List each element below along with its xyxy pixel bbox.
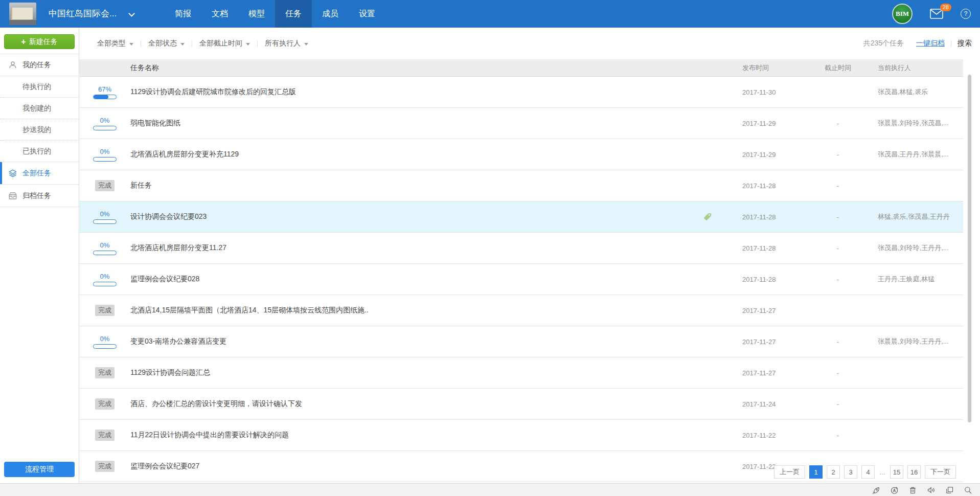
rocket-slash-icon[interactable] (872, 486, 880, 494)
divider (257, 40, 258, 47)
table-row[interactable]: 0% 弱电智能化图纸 2017-11-29 - 张晨晨,刘玲玲,张茂昌,... (79, 108, 963, 139)
sidebar-item-executed[interactable]: 已执行的 (0, 141, 79, 162)
status-badge: 完成 (95, 305, 115, 316)
bim-logo: BIM (892, 4, 913, 24)
task-name[interactable]: 变更03-南塔办公兼容酒店变更 (130, 337, 702, 346)
pagination-ellipsis: ... (879, 465, 886, 479)
filter-status-dropdown[interactable]: 全部状态 (148, 39, 185, 48)
window-restore-icon[interactable] (945, 486, 954, 494)
chevron-down-icon (304, 43, 308, 46)
archive-icon (8, 191, 17, 200)
table-row[interactable]: 0% 监理例会会议纪要028 2017-11-28 - 王丹丹,王焕庭,林猛 (79, 264, 963, 295)
task-name[interactable]: 北塔酒店机房层部分变更11.27 (130, 243, 702, 253)
table-row[interactable]: 完成 新任务 2017-11-28 - (79, 170, 963, 201)
executors: 林猛,裘乐,张茂昌,王丹丹 (861, 212, 963, 221)
nav-tabs: 简报 文档 模型 任务 成员 设置 (165, 0, 385, 28)
page-button[interactable]: 15 (890, 465, 903, 479)
sidebar-item-cc-me[interactable]: 抄送我的 (0, 119, 79, 141)
page-button[interactable]: 4 (861, 465, 875, 479)
filter-executor-dropdown[interactable]: 所有执行人 (265, 39, 308, 48)
plus-icon (21, 37, 26, 47)
task-name[interactable]: 1129设计协调会后建研院城市院修改后的回复汇总版 (130, 87, 702, 97)
sidebar-item-my-tasks[interactable]: 我的任务 (0, 54, 79, 76)
letter-a-circle-icon[interactable] (890, 486, 899, 494)
trash-icon[interactable] (908, 486, 917, 494)
divider (951, 40, 951, 47)
page-button[interactable]: 1 (809, 465, 823, 479)
filter-label: 全部状态 (148, 39, 177, 48)
publish-date: 2017-11-22 (723, 432, 794, 439)
sidebar-item-label: 全部任务 (22, 169, 51, 178)
task-name[interactable]: 设计协调会会议纪要023 (130, 212, 702, 221)
task-name[interactable]: 1129设计协调会问题汇总 (130, 368, 702, 377)
project-thumbnail[interactable] (9, 3, 36, 25)
executors: 王丹丹,王焕庭,林猛 (861, 275, 963, 284)
tab-models[interactable]: 模型 (238, 0, 275, 28)
page-button[interactable]: 3 (844, 465, 857, 479)
page-button[interactable]: 16 (907, 465, 921, 479)
table-row[interactable]: 67% 1129设计协调会后建研院城市院修改后的回复汇总版 2017-11-30… (79, 77, 963, 108)
project-name[interactable]: 中国红岛国际会... (49, 0, 117, 28)
table-row[interactable]: 0% 变更03-南塔办公兼容酒店变更 2017-11-27 - 张晨晨,刘玲玲,… (79, 326, 963, 357)
task-name[interactable]: 11月22日设计协调会中提出的需要设计解决的问题 (130, 431, 702, 440)
speaker-icon[interactable] (927, 486, 936, 494)
divider (141, 40, 141, 47)
task-name[interactable]: 监理例会会议纪要027 (130, 462, 702, 471)
tab-settings[interactable]: 设置 (349, 0, 385, 28)
task-name[interactable]: 酒店、办公楼汇总的需设计变更明细，请设计确认下发 (130, 399, 702, 409)
page-button[interactable]: 上一页 (774, 465, 805, 479)
progress-bar (93, 219, 117, 224)
sidebar-item-all-tasks[interactable]: 全部任务 (0, 162, 79, 185)
filter-deadline-dropdown[interactable]: 全部截止时间 (199, 39, 250, 48)
table-row[interactable]: 0% 北塔酒店机房层部分变更11.27 2017-11-28 - 张茂昌,刘玲玲… (79, 233, 963, 264)
due-date: - (794, 338, 861, 346)
sidebar-item-archived-tasks[interactable]: 归档任务 (0, 185, 79, 207)
tab-members[interactable]: 成员 (312, 0, 349, 28)
task-name[interactable]: 北塔酒店机房层部分变更补充1129 (130, 150, 702, 159)
one-click-archive-link[interactable]: 一键归档 (916, 39, 945, 48)
task-table-body: 67% 1129设计协调会后建研院城市院修改后的回复汇总版 2017-11-30… (79, 77, 963, 482)
publish-date: 2017-11-28 (723, 213, 794, 221)
table-row[interactable]: 完成 酒店、办公楼汇总的需设计变更明细，请设计确认下发 2017-11-24 - (79, 389, 963, 420)
progress-label: 0% (100, 210, 110, 218)
navbar-right: BIM 28 ? (892, 0, 971, 28)
search-link[interactable]: 搜索 (958, 39, 972, 48)
status-badge: 完成 (95, 180, 115, 191)
task-name[interactable]: 监理例会会议纪要028 (130, 275, 702, 284)
progress-indicator: 0% (93, 210, 117, 224)
publish-date: 2017-11-24 (723, 400, 794, 408)
filter-type-dropdown[interactable]: 全部类型 (97, 39, 133, 48)
table-row[interactable]: 完成 北酒店14,15层隔墙平面图（北塔酒店14、15层砌体墙按云线范围内图纸施… (79, 295, 963, 326)
process-management-button[interactable]: 流程管理 (4, 462, 75, 477)
search-icon[interactable] (964, 486, 972, 494)
task-name[interactable]: 弱电智能化图纸 (130, 119, 702, 128)
chevron-down-icon[interactable] (128, 10, 135, 17)
page-button[interactable]: 2 (827, 465, 840, 479)
messages-button[interactable]: 28 (930, 9, 943, 19)
sidebar-item-created-by-me[interactable]: 我创建的 (0, 98, 79, 119)
task-name[interactable]: 北酒店14,15层隔墙平面图（北塔酒店14、15层砌体墙按云线范围内图纸施.. (130, 306, 702, 315)
tab-briefing[interactable]: 简报 (165, 0, 201, 28)
tab-documents[interactable]: 文档 (201, 0, 238, 28)
publish-date: 2017-11-28 (723, 276, 794, 283)
executors: 张茂昌,刘玲玲,王丹丹,... (861, 243, 963, 253)
publish-date: 2017-11-27 (723, 369, 794, 377)
tab-tasks[interactable]: 任务 (275, 0, 312, 28)
progress-indicator: 0% (93, 335, 117, 349)
scrollbar-thumb[interactable] (968, 75, 971, 422)
page-button[interactable]: 下一页 (925, 465, 956, 479)
table-row[interactable]: 0% 设计协调会会议纪要023 2017-11-28 - 林猛,裘乐,张茂昌,王… (79, 201, 963, 233)
chevron-down-icon (180, 43, 185, 46)
task-name[interactable]: 新任务 (130, 181, 702, 190)
filter-label: 全部类型 (97, 39, 126, 48)
executors: 张晨晨,刘玲玲,王丹丹,... (861, 337, 963, 346)
table-row[interactable]: 完成 11月22日设计协调会中提出的需要设计解决的问题 2017-11-22 - (79, 420, 963, 451)
sidebar-item-pending[interactable]: 待执行的 (0, 76, 79, 98)
new-task-button[interactable]: 新建任务 (4, 34, 75, 49)
tag-icon (702, 212, 713, 222)
progress-label: 0% (100, 241, 110, 249)
table-row[interactable]: 0% 北塔酒店机房层部分变更补充1129 2017-11-29 - 张茂昌,王丹… (79, 139, 963, 170)
help-button[interactable]: ? (961, 9, 971, 19)
table-row[interactable]: 完成 1129设计协调会问题汇总 2017-11-27 - (79, 357, 963, 389)
due-date: - (794, 213, 861, 221)
